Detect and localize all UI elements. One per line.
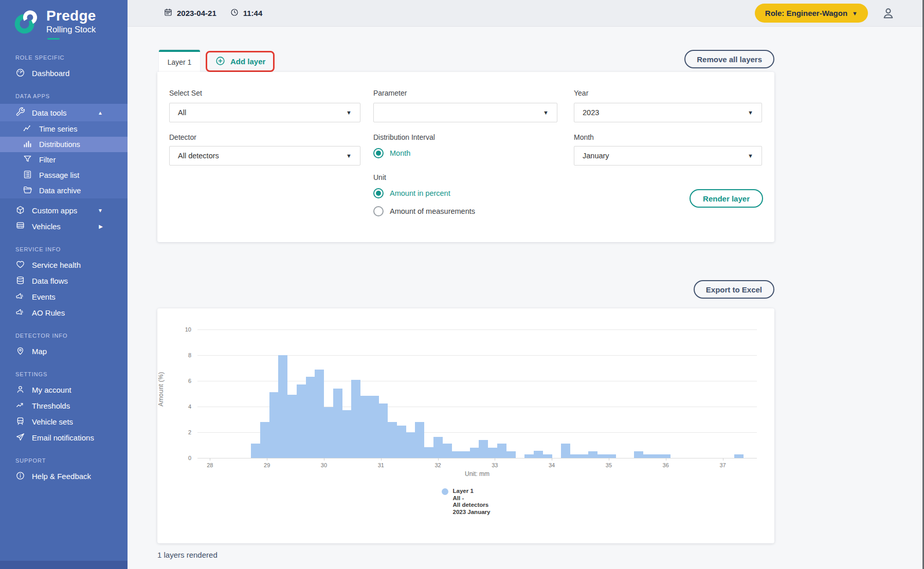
month-label: Month [574, 133, 594, 141]
paper-plane-icon [15, 432, 25, 444]
unit-label: Unit [373, 173, 386, 181]
histogram-bar [497, 444, 506, 458]
sidebar-item-dashboard[interactable]: Dashboard [0, 65, 128, 81]
chevron-down-icon: ▼ [748, 109, 753, 116]
x-tick-label: 28 [200, 462, 220, 468]
map-pin-icon [15, 346, 25, 357]
chevron-down-icon: ▼ [748, 153, 753, 159]
sidebar-item-data-flows[interactable]: Data flows [0, 273, 128, 289]
histogram-bar [506, 451, 516, 458]
section-data-apps: DATA APPS [0, 93, 128, 99]
detector-dropdown[interactable]: All detectors ▼ [169, 146, 360, 166]
histogram-bar [278, 355, 287, 458]
sidebar-item-vehicle-sets[interactable]: Vehicle sets [0, 414, 128, 430]
histogram-bar [570, 454, 579, 458]
histogram-bar [542, 454, 552, 458]
histogram-bar [461, 451, 470, 458]
histogram-bar [734, 454, 744, 458]
main-area: 2023-04-21 11:44 Role: Engineer-Wagon ▼ … [128, 0, 924, 569]
histogram-bar [634, 451, 643, 458]
current-time: 11:44 [243, 9, 263, 17]
data-tools-submenu: Time series Distributions Filter Passage… [0, 121, 128, 198]
sidebar-item-vehicles[interactable]: Vehicles ▶ [0, 218, 128, 234]
histogram-bar [260, 422, 269, 458]
sidebar-item-filter[interactable]: Filter [0, 152, 128, 168]
folder-open-icon [23, 185, 32, 196]
sidebar: Predge Rolling Stock ROLE SPECIFIC Dashb… [0, 0, 128, 569]
sidebar-item-map[interactable]: Map [0, 343, 128, 359]
section-service-info: SERVICE INFO [0, 246, 128, 252]
sidebar-item-events[interactable]: Events [0, 289, 128, 305]
radio-amount-of-measurements[interactable]: Amount of measurements [373, 206, 475, 216]
histogram-bar [315, 370, 324, 458]
x-tick-label: 32 [428, 462, 448, 468]
histogram-bar [470, 448, 479, 458]
sidebar-item-thresholds[interactable]: Thresholds [0, 398, 128, 414]
sidebar-item-service-health[interactable]: Service health [0, 257, 128, 273]
sidebar-item-my-account[interactable]: My account [0, 382, 128, 398]
histogram-bar [378, 403, 388, 458]
render-layer-button[interactable]: Render layer [690, 189, 763, 208]
megaphone-icon [15, 291, 25, 303]
add-layer-button[interactable]: Add layer [215, 56, 265, 68]
legend-line: 2023 January [453, 509, 491, 516]
radio-selected-icon [373, 148, 384, 158]
trend-arrow-icon [15, 400, 25, 412]
datetime: 2023-04-21 11:44 [164, 8, 262, 19]
histogram-bar [579, 454, 588, 458]
time-series-icon [23, 123, 32, 135]
sidebar-item-distributions[interactable]: Distributions [0, 137, 128, 152]
sidebar-item-passage-list[interactable]: Passage list [0, 168, 128, 183]
role-selector-button[interactable]: Role: Engineer-Wagon ▼ [755, 4, 868, 23]
chevron-down-icon: ▼ [543, 109, 549, 116]
legend-line: All - [453, 495, 491, 502]
sidebar-item-custom-apps[interactable]: Custom apps ▼ [0, 203, 128, 218]
radio-month[interactable]: Month [373, 148, 410, 158]
section-detector-info: DETECTOR INFO [0, 333, 128, 339]
sidebar-item-email-notifications[interactable]: Email notifications [0, 430, 128, 446]
distribution-chart-panel: 024681028293031323334353637 Amount (%) U… [157, 308, 774, 543]
tab-layer-1[interactable]: Layer 1 [159, 50, 200, 72]
x-tick [267, 458, 267, 461]
remove-all-layers-button[interactable]: Remove all layers [684, 50, 774, 68]
x-tick [723, 458, 723, 461]
histogram-bar [661, 454, 671, 458]
histogram-bar [269, 392, 279, 458]
person-icon [15, 384, 25, 396]
histogram-bar [297, 384, 306, 458]
legend-marker [442, 488, 448, 495]
y-tick-label: 0 [157, 455, 191, 461]
sidebar-item-help-feedback[interactable]: Help & Feedback [0, 468, 128, 484]
select-set-label: Select Set [169, 89, 202, 97]
select-set-dropdown[interactable]: All ▼ [169, 103, 360, 122]
sidebar-item-time-series[interactable]: Time series [0, 121, 128, 137]
histogram-bar [479, 440, 488, 458]
wrench-icon [15, 107, 25, 118]
current-date: 2023-04-21 [177, 9, 216, 17]
gridline [197, 458, 757, 458]
radio-amount-in-percent[interactable]: Amount in percent [373, 188, 450, 198]
parameter-dropdown[interactable]: ▼ [373, 103, 557, 122]
sidebar-item-ao-rules[interactable]: AO Rules [0, 305, 128, 321]
list-icon [23, 170, 32, 181]
histogram-bar [588, 451, 597, 458]
user-avatar-icon[interactable] [881, 6, 895, 20]
histogram-bar [415, 422, 424, 458]
year-label: Year [574, 89, 588, 97]
sidebar-item-data-archive[interactable]: Data archive [0, 183, 128, 198]
dashboard-icon [15, 68, 25, 79]
chart-legend: Layer 1 All - All detectors 2023 January [157, 488, 774, 516]
month-dropdown[interactable]: January ▼ [574, 146, 762, 166]
x-tick-label: 31 [371, 462, 391, 468]
histogram-bar [388, 422, 397, 458]
export-to-excel-button[interactable]: Export to Excel [694, 280, 774, 299]
histogram-bar [351, 380, 360, 458]
histogram-bar [370, 396, 379, 458]
bus-icon [15, 221, 25, 232]
x-tick-label: 33 [484, 462, 505, 468]
histogram-bar [251, 444, 260, 458]
chevron-up-icon: ▲ [98, 110, 103, 116]
sidebar-item-data-tools[interactable]: Data tools ▲ [0, 104, 128, 121]
legend-line: Layer 1 [453, 488, 491, 495]
year-dropdown[interactable]: 2023 ▼ [574, 103, 762, 122]
